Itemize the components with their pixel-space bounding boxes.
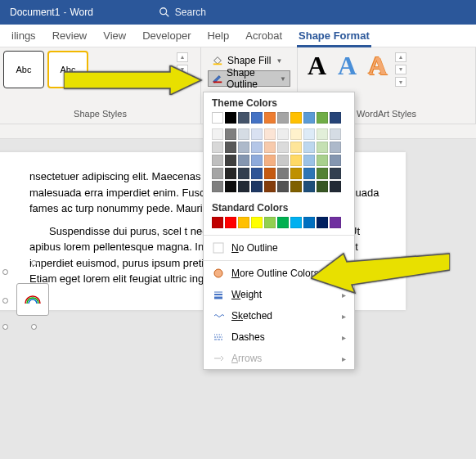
- color-swatch[interactable]: [303, 168, 315, 179]
- selected-shape[interactable]: [5, 272, 62, 329]
- color-swatch[interactable]: [277, 128, 289, 140]
- color-swatch[interactable]: [251, 168, 263, 179]
- color-swatch[interactable]: [264, 128, 276, 140]
- color-swatch[interactable]: [251, 128, 263, 140]
- resize-handle-nw[interactable]: [2, 269, 8, 275]
- tab-view[interactable]: View: [95, 25, 134, 47]
- tab-acrobat[interactable]: Acrobat: [237, 25, 290, 47]
- color-swatch[interactable]: [317, 155, 328, 166]
- svg-marker-15: [64, 65, 201, 95]
- svg-rect-3: [213, 82, 222, 83]
- color-swatch[interactable]: [290, 128, 302, 140]
- ribbon-tabs: ilings Review View Developer Help Acroba…: [0, 25, 476, 47]
- color-swatch[interactable]: [303, 181, 315, 192]
- color-swatch[interactable]: [330, 168, 341, 179]
- color-swatch[interactable]: [264, 155, 276, 166]
- wordart-style-3[interactable]: A: [365, 51, 390, 88]
- color-swatch[interactable]: [277, 217, 289, 228]
- color-swatch[interactable]: [251, 217, 263, 228]
- wordart-gallery-expand[interactable]: ▴▾▾: [395, 51, 406, 88]
- color-swatch[interactable]: [264, 168, 276, 179]
- color-swatch[interactable]: [290, 217, 302, 228]
- color-swatch[interactable]: [212, 181, 223, 192]
- color-swatch[interactable]: [277, 168, 289, 179]
- color-swatch[interactable]: [238, 181, 249, 192]
- color-swatch[interactable]: [303, 112, 315, 124]
- color-swatch[interactable]: [225, 128, 236, 140]
- color-swatch[interactable]: [238, 142, 249, 153]
- color-swatch[interactable]: [277, 142, 289, 153]
- color-swatch[interactable]: [225, 112, 236, 124]
- color-swatch[interactable]: [303, 155, 315, 166]
- resize-handle-sw[interactable]: [2, 324, 8, 330]
- color-swatch[interactable]: [212, 142, 223, 153]
- color-swatch[interactable]: [238, 217, 249, 228]
- color-swatch[interactable]: [290, 142, 302, 153]
- color-swatch[interactable]: [251, 181, 263, 192]
- tab-shape-format[interactable]: Shape Format: [290, 25, 378, 47]
- color-swatch[interactable]: [225, 181, 236, 192]
- sketched-item[interactable]: Sketched ▸: [204, 305, 354, 326]
- color-swatch[interactable]: [303, 217, 315, 228]
- color-swatch[interactable]: [317, 217, 328, 228]
- color-swatch[interactable]: [251, 155, 263, 166]
- color-swatch[interactable]: [317, 181, 328, 192]
- shape-body[interactable]: [16, 283, 49, 316]
- color-swatch[interactable]: [290, 155, 302, 166]
- rotate-handle[interactable]: [31, 260, 37, 266]
- color-swatch[interactable]: [330, 128, 341, 140]
- color-swatch[interactable]: [330, 142, 341, 153]
- tab-review[interactable]: Review: [44, 25, 96, 47]
- color-swatch[interactable]: [290, 181, 302, 192]
- color-swatch[interactable]: [264, 181, 276, 192]
- color-swatch[interactable]: [251, 142, 263, 153]
- color-swatch[interactable]: [317, 168, 328, 179]
- color-swatch[interactable]: [264, 112, 276, 124]
- color-swatch[interactable]: [225, 217, 236, 228]
- color-swatch[interactable]: [330, 217, 341, 228]
- color-swatch[interactable]: [212, 112, 223, 124]
- color-swatch[interactable]: [277, 155, 289, 166]
- color-swatch[interactable]: [317, 142, 328, 153]
- search-box[interactable]: Search: [159, 7, 206, 18]
- color-swatch[interactable]: [330, 181, 341, 192]
- wordart-style-2[interactable]: A: [335, 51, 360, 88]
- color-swatch[interactable]: [238, 155, 249, 166]
- color-swatch[interactable]: [238, 112, 249, 124]
- color-swatch[interactable]: [264, 217, 276, 228]
- color-swatch[interactable]: [277, 112, 289, 124]
- color-swatch[interactable]: [264, 142, 276, 153]
- color-swatch[interactable]: [277, 181, 289, 192]
- resize-handle-w[interactable]: [2, 298, 8, 304]
- color-swatch[interactable]: [317, 112, 328, 124]
- color-swatch[interactable]: [290, 112, 302, 124]
- bucket-icon: [211, 54, 224, 67]
- color-swatch[interactable]: [238, 168, 249, 179]
- color-swatch[interactable]: [225, 168, 236, 179]
- color-swatch[interactable]: [225, 142, 236, 153]
- wordart-style-1[interactable]: A: [304, 51, 330, 88]
- color-swatch[interactable]: [212, 155, 223, 166]
- chevron-right-icon: ▸: [342, 333, 346, 342]
- dashes-item[interactable]: Dashes ▸: [204, 326, 354, 348]
- color-swatch[interactable]: [303, 142, 315, 153]
- color-swatch[interactable]: [330, 155, 341, 166]
- svg-point-0: [160, 8, 167, 15]
- color-swatch[interactable]: [212, 128, 223, 140]
- tab-help[interactable]: Help: [199, 25, 237, 47]
- resize-handle-s[interactable]: [31, 324, 37, 330]
- tab-developer[interactable]: Developer: [134, 25, 199, 47]
- color-swatch[interactable]: [251, 112, 263, 124]
- shape-fill-button[interactable]: Shape Fill▼: [208, 52, 290, 69]
- color-swatch[interactable]: [212, 217, 223, 228]
- color-swatch[interactable]: [317, 128, 328, 140]
- color-swatch[interactable]: [303, 128, 315, 140]
- tab-mailings[interactable]: ilings: [3, 25, 44, 47]
- color-swatch[interactable]: [212, 168, 223, 179]
- shape-outline-button[interactable]: Shape Outline▼: [208, 70, 290, 87]
- shape-style-preset-1[interactable]: Abc: [3, 51, 44, 88]
- color-swatch[interactable]: [225, 155, 236, 166]
- color-swatch[interactable]: [238, 128, 249, 140]
- color-swatch[interactable]: [290, 168, 302, 179]
- color-swatch[interactable]: [330, 112, 341, 124]
